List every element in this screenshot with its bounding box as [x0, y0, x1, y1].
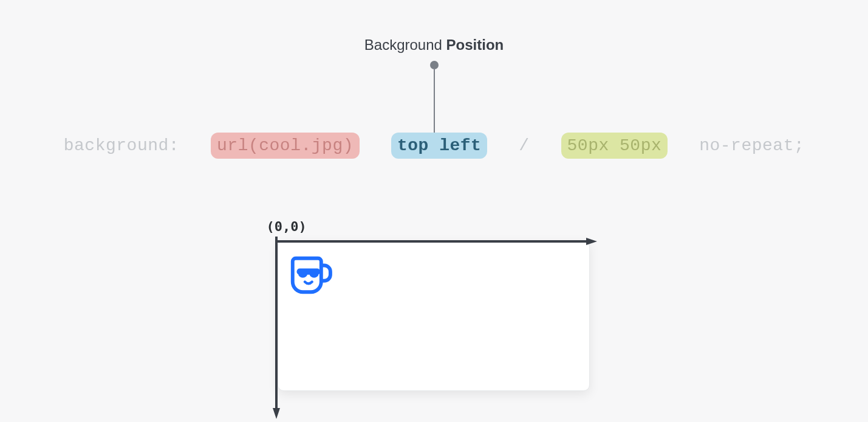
svg-point-1 [298, 269, 307, 277]
title-bold: Position [446, 36, 504, 53]
origin-label: (0,0) [267, 219, 604, 234]
code-position-segment: top left [391, 133, 487, 159]
code-separator: / [519, 133, 529, 159]
svg-point-2 [309, 269, 318, 277]
y-axis-arrow-icon [273, 237, 285, 419]
code-url-segment: url(cool.jpg) [211, 133, 360, 159]
background-box [278, 240, 590, 391]
diagram-title: Background Position [0, 36, 868, 54]
code-repeat: no-repeat; [699, 133, 804, 159]
code-property: background: [64, 133, 179, 159]
title-prefix: Background [364, 36, 446, 53]
connector-line-icon [434, 69, 435, 133]
mug-icon [285, 248, 337, 302]
svg-marker-6 [273, 408, 280, 419]
title-connector [430, 61, 439, 133]
axes-container [264, 238, 592, 408]
connector-dot-icon [430, 61, 439, 69]
position-demo: (0,0) [264, 219, 604, 408]
svg-marker-4 [586, 238, 597, 245]
css-code-line: background: url(cool.jpg) top left / 50p… [0, 133, 868, 159]
x-axis-arrow-icon [275, 238, 597, 250]
code-size-segment: 50px 50px [561, 133, 668, 159]
